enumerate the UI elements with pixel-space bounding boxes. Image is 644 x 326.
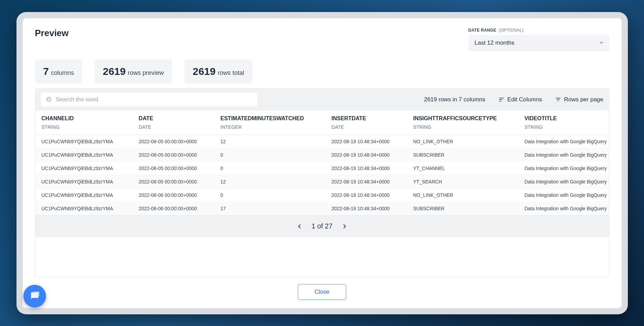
date-range-value: Last 12 months <box>475 40 515 46</box>
table-container: 2619 rows in 7 columns Edit Columns Rows… <box>35 88 609 277</box>
table-cell: 17 <box>214 202 325 215</box>
stat-columns: 7 columns <box>35 59 82 83</box>
stat-rows-total: 2619 rows total <box>184 59 252 83</box>
column-type: STRING <box>413 124 512 130</box>
stat-rows-total-label: rows total <box>218 69 244 77</box>
table-scroll[interactable]: CHANNELIDSTRINGDATEDATEESTIMATEDMINUTESW… <box>35 111 609 215</box>
chevron-right-icon <box>341 223 348 230</box>
chat-widget-button[interactable] <box>23 285 46 307</box>
edit-columns-label: Edit Columns <box>507 96 542 103</box>
stat-rows-preview: 2619 rows preview <box>94 59 172 83</box>
table-cell: 2022-08-19 10:48:34+0000 <box>325 161 407 175</box>
next-page-button[interactable] <box>339 221 350 232</box>
table-cell: Data Integration with Google BigQuery <box>518 175 609 188</box>
table-row[interactable]: UC1PuCWNb9YQiEBdLz9zrYMA2022-08-05 00:00… <box>35 175 609 188</box>
modal-footer: Close <box>35 284 609 300</box>
edit-columns-button[interactable]: Edit Columns <box>498 96 542 103</box>
column-name: CHANNELID <box>42 115 74 121</box>
column-name: INSIGHTTRAFFICSOURCETYPE <box>413 115 497 121</box>
column-header[interactable]: DATEDATE <box>133 111 214 135</box>
column-type: INTEGER <box>221 124 319 130</box>
rows-per-page-label: Rows per page <box>564 96 603 103</box>
table-cell: NO_LINK_OTHER <box>407 188 518 202</box>
rows-columns-summary: 2619 rows in 7 columns <box>424 96 485 103</box>
column-header[interactable]: INSIGHTTRAFFICSOURCETYPESTRING <box>407 111 518 135</box>
date-range-field: DATE RANGE (OPTIONAL) Last 12 months <box>468 28 609 51</box>
preview-modal: Preview DATE RANGE (OPTIONAL) Last 12 mo… <box>23 18 622 308</box>
date-range-select[interactable]: Last 12 months <box>468 35 609 51</box>
table-cell: 0 <box>214 188 325 202</box>
table-cell: 2022-08-19 10:48:34+0000 <box>325 148 407 161</box>
table-cell: UC1PuCWNb9YQiEBdLz9zrYMA <box>35 175 133 188</box>
column-type: DATE <box>331 124 401 130</box>
column-header[interactable]: INSERTDATEDATE <box>325 111 407 135</box>
table-row[interactable]: UC1PuCWNb9YQiEBdLz9zrYMA2022-08-05 00:00… <box>35 161 609 175</box>
chevron-left-icon <box>296 223 303 230</box>
table-cell: Data Integration with Google BigQuery <box>518 188 609 202</box>
app-frame: Preview DATE RANGE (OPTIONAL) Last 12 mo… <box>16 12 628 314</box>
search-icon <box>46 96 53 103</box>
table-head: CHANNELIDSTRINGDATEDATEESTIMATEDMINUTESW… <box>35 111 609 135</box>
table-cell: UC1PuCWNb9YQiEBdLz9zrYMA <box>35 188 133 202</box>
table-cell: YT_SEARCH <box>407 175 518 188</box>
prev-page-button[interactable] <box>294 221 305 232</box>
table-row[interactable]: UC1PuCWNb9YQiEBdLz9zrYMA2022-08-06 00:00… <box>35 188 609 202</box>
table-cell: UC1PuCWNb9YQiEBdLz9zrYMA <box>35 202 133 215</box>
modal-header: Preview DATE RANGE (OPTIONAL) Last 12 mo… <box>35 28 609 51</box>
stat-columns-label: columns <box>51 69 74 77</box>
chevron-down-icon <box>600 42 603 44</box>
table-cell: Data Integration with Google BigQuery <box>518 161 609 175</box>
table-cell: 12 <box>214 135 325 148</box>
column-name: ESTIMATEDMINUTESWATCHED <box>221 115 304 121</box>
column-name: DATE <box>139 115 153 121</box>
column-header[interactable]: CHANNELIDSTRING <box>35 111 133 135</box>
pagination-text: 1 of 27 <box>312 222 332 230</box>
table-row[interactable]: UC1PuCWNb9YQiEBdLz9zrYMA2022-08-06 00:00… <box>35 202 609 215</box>
stat-rows-preview-value: 2619 <box>103 66 126 77</box>
table-cell: 2022-08-19 10:48:34+0000 <box>325 135 407 148</box>
table-toolbar: 2619 rows in 7 columns Edit Columns Rows… <box>35 89 609 111</box>
table-row[interactable]: UC1PuCWNb9YQiEBdLz9zrYMA2022-08-05 00:00… <box>35 135 609 148</box>
column-type: STRING <box>524 124 609 130</box>
stats-row: 7 columns 2619 rows preview 2619 rows to… <box>35 59 609 83</box>
stat-rows-total-value: 2619 <box>193 66 216 77</box>
pagination: 1 of 27 <box>35 215 609 237</box>
table-cell: 2022-08-05 00:00:00+0000 <box>133 161 214 175</box>
table-cell: 2022-08-19 10:48:34+0000 <box>325 188 407 202</box>
table-cell: YT_CHANNEL <box>407 161 518 175</box>
table-cell: Data Integration with Google BigQuery <box>518 148 609 161</box>
table-cell: 2022-08-06 00:00:00+0000 <box>133 188 214 202</box>
table-cell: 2022-08-05 00:00:00+0000 <box>133 175 214 188</box>
column-type: STRING <box>42 124 126 130</box>
table-cell: SUBSCRIBER <box>407 202 518 215</box>
table-cell: SUBSCRIBER <box>407 148 518 161</box>
table-cell: 2022-08-05 00:00:00+0000 <box>133 148 214 161</box>
date-range-label: DATE RANGE (OPTIONAL) <box>468 28 609 33</box>
table-cell: Data Integration with Google BigQuery <box>518 202 609 215</box>
date-range-optional: (OPTIONAL) <box>499 28 524 33</box>
table-cell: 2022-08-06 00:00:00+0000 <box>133 202 214 215</box>
filter-icon <box>555 97 561 103</box>
chat-icon <box>29 291 40 302</box>
table-cell: NO_LINK_OTHER <box>407 135 518 148</box>
table-cell: 0 <box>214 148 325 161</box>
column-header[interactable]: ESTIMATEDMINUTESWATCHEDINTEGER <box>214 111 325 135</box>
edit-columns-icon <box>498 97 505 103</box>
column-type: DATE <box>139 124 208 130</box>
table-row[interactable]: UC1PuCWNb9YQiEBdLz9zrYMA2022-08-05 00:00… <box>35 148 609 161</box>
column-header[interactable]: VIDEOTITLESTRING <box>518 111 609 135</box>
date-range-label-text: DATE RANGE <box>468 28 496 33</box>
column-name: INSERTDATE <box>331 115 366 121</box>
modal-title: Preview <box>35 28 69 38</box>
table-cell: UC1PuCWNb9YQiEBdLz9zrYMA <box>35 135 133 148</box>
close-button[interactable]: Close <box>298 284 346 300</box>
rows-per-page-button[interactable]: Rows per page <box>555 96 603 103</box>
search-box[interactable] <box>41 93 257 106</box>
search-input[interactable] <box>56 96 252 103</box>
data-table: CHANNELIDSTRINGDATEDATEESTIMATEDMINUTESW… <box>35 111 609 215</box>
table-cell: 2022-08-05 00:00:00+0000 <box>133 135 214 148</box>
table-cell: Data Integration with Google BigQuery <box>518 135 609 148</box>
table-cell: 2022-08-19 10:48:34+0000 <box>325 202 407 215</box>
table-cell: UC1PuCWNb9YQiEBdLz9zrYMA <box>35 148 133 161</box>
svg-point-0 <box>47 97 51 101</box>
